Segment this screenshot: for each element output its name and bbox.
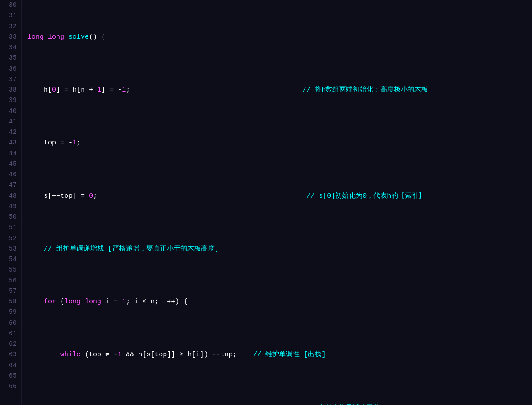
ln-45: 45 <box>5 159 17 169</box>
code-body: long long solve() { h[0] = h[n + 1] = -1… <box>22 0 532 405</box>
ln-56: 56 <box>5 276 17 286</box>
ln-37: 37 <box>5 74 17 85</box>
ln-34: 34 <box>5 42 17 53</box>
ln-36: 36 <box>5 64 17 74</box>
code-line-37: l[i] = s[top]; // 存储左边最近小于值 <box>27 403 532 405</box>
ln-31: 31 <box>5 10 17 21</box>
line-numbers: 30 31 32 33 34 35 36 37 38 39 40 41 42 4… <box>0 0 22 405</box>
ln-62: 62 <box>5 339 17 349</box>
ln-64: 64 <box>5 360 17 371</box>
ln-48: 48 <box>5 191 17 201</box>
ln-60: 60 <box>5 318 17 328</box>
ln-50: 50 <box>5 212 17 222</box>
ln-41: 41 <box>5 117 17 127</box>
ln-57: 57 <box>5 286 17 297</box>
code-line-31: h[0] = h[n + 1] = -1; // 将h数组两端初始化：高度极小的… <box>27 85 532 95</box>
ln-35: 35 <box>5 53 17 63</box>
ln-63: 63 <box>5 349 17 360</box>
ln-65: 65 <box>5 371 17 381</box>
ln-66: 66 <box>5 381 17 392</box>
ln-43: 43 <box>5 138 17 148</box>
code-line-32: top = -1; <box>27 138 532 148</box>
ln-47: 47 <box>5 180 17 190</box>
ln-32: 32 <box>5 21 17 32</box>
ln-38: 38 <box>5 85 17 95</box>
ln-44: 44 <box>5 149 17 159</box>
code-line-36: while (top ≠ -1 && h[s[top]] ≥ h[i]) --t… <box>27 349 532 360</box>
ln-40: 40 <box>5 106 17 117</box>
ln-33: 33 <box>5 32 17 42</box>
ln-52: 52 <box>5 233 17 244</box>
ln-58: 58 <box>5 297 17 307</box>
code-line-34: // 维护单调递增栈 [严格递增，要真正小于的木板高度] <box>27 244 532 254</box>
ln-61: 61 <box>5 328 17 339</box>
ln-49: 49 <box>5 201 17 212</box>
ln-54: 54 <box>5 254 17 265</box>
ln-46: 46 <box>5 169 17 180</box>
ln-53: 53 <box>5 244 17 254</box>
ln-30: 30 <box>5 0 17 10</box>
ln-39: 39 <box>5 95 17 106</box>
code-editor: 30 31 32 33 34 35 36 37 38 39 40 41 42 4… <box>0 0 532 405</box>
ln-51: 51 <box>5 222 17 233</box>
code-line-35: for (long long i = 1; i ≤ n; i++) { <box>27 297 532 307</box>
ln-42: 42 <box>5 127 17 138</box>
code-line-30: long long solve() { <box>27 32 532 42</box>
code-line-33: s[++top] = 0; // s[0]初始化为0，代表h的【索引】 <box>27 191 532 201</box>
ln-55: 55 <box>5 265 17 275</box>
ln-59: 59 <box>5 307 17 318</box>
